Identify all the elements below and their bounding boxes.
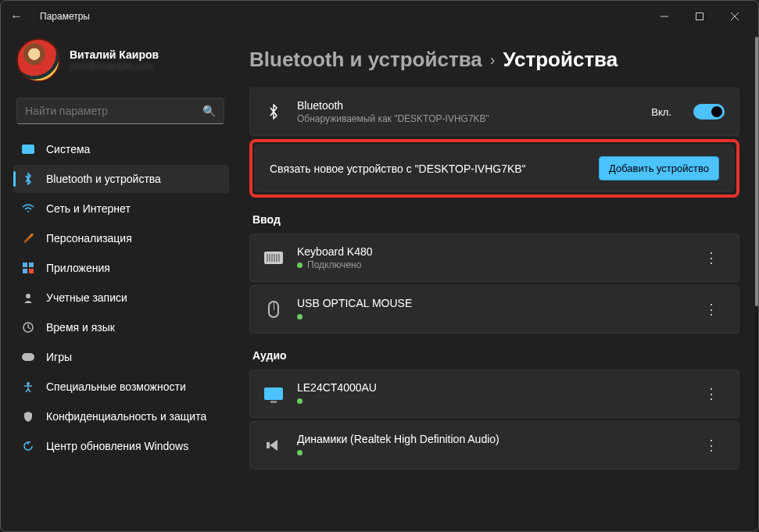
pair-card: Связать новое устройство с "DESKTOP-IVHG… xyxy=(255,145,734,192)
sidebar-item-label: Специальные возможности xyxy=(46,380,186,393)
close-button[interactable] xyxy=(717,5,752,28)
personalize-icon xyxy=(21,231,35,245)
back-button[interactable]: ← xyxy=(7,9,26,23)
sidebar-item-accessibility[interactable]: Специальные возможности xyxy=(13,373,229,401)
bluetooth-title: Bluetooth xyxy=(297,99,637,112)
device-card[interactable]: Динамики (Realtek High Definition Audio)… xyxy=(249,421,739,470)
sidebar-item-label: Конфиденциальность и защита xyxy=(46,410,206,423)
network-icon xyxy=(21,202,35,216)
page-title: Устройства xyxy=(503,48,618,72)
update-icon xyxy=(21,439,35,453)
sidebar-item-accounts[interactable]: Учетные записи xyxy=(13,284,229,312)
input-heading: Ввод xyxy=(252,213,739,226)
time-icon xyxy=(21,320,35,334)
apps-icon xyxy=(21,261,35,275)
accounts-icon xyxy=(21,291,35,305)
device-status: Подключено xyxy=(297,259,686,270)
device-status xyxy=(297,395,686,406)
maximize-button[interactable] xyxy=(682,5,717,28)
sidebar-item-update[interactable]: Центр обновления Windows xyxy=(13,432,229,460)
breadcrumb-parent[interactable]: Bluetooth и устройства xyxy=(249,48,482,72)
search-box[interactable]: 🔍 xyxy=(16,98,224,124)
svg-rect-6 xyxy=(22,353,34,361)
device-name: USB OPTICAL MOUSE xyxy=(297,297,686,309)
device-card[interactable]: USB OPTICAL MOUSE⋮ xyxy=(249,285,739,334)
sidebar-item-label: Центр обновления Windows xyxy=(46,440,188,452)
sidebar-item-label: Bluetooth и устройства xyxy=(46,173,161,185)
pair-text: Связать новое устройство с "DESKTOP-IVHG… xyxy=(270,162,585,175)
svg-point-7 xyxy=(27,382,30,385)
sidebar: Виталий Каиров user@example.com 🔍 Систем… xyxy=(1,32,235,531)
sidebar-item-network[interactable]: Сеть и Интернет xyxy=(13,195,229,223)
profile-name: Виталий Каиров xyxy=(70,48,159,61)
sidebar-item-games[interactable]: Игры xyxy=(13,343,229,371)
titlebar: ← Параметры xyxy=(1,1,758,32)
profile[interactable]: Виталий Каиров user@example.com xyxy=(13,32,229,95)
sidebar-item-label: Персонализация xyxy=(46,232,132,245)
main: Bluetooth и устройства › Устройства Blue… xyxy=(235,32,758,531)
device-status xyxy=(297,311,686,322)
device-name: Keyboard K480 xyxy=(297,245,686,258)
search-input[interactable] xyxy=(25,105,202,117)
bluetooth-toggle[interactable] xyxy=(693,104,725,120)
chevron-right-icon: › xyxy=(490,51,496,69)
more-button[interactable]: ⋮ xyxy=(700,382,725,405)
device-card[interactable]: LE24CT4000AU⋮ xyxy=(249,370,739,418)
bluetooth-state-label: Вкл. xyxy=(651,106,671,118)
sidebar-item-apps[interactable]: Приложения xyxy=(13,254,229,282)
sidebar-item-time[interactable]: Время и язык xyxy=(13,313,229,341)
mouse-icon xyxy=(264,301,283,318)
more-button[interactable]: ⋮ xyxy=(700,246,725,270)
window-title: Параметры xyxy=(40,11,90,22)
scrollbar[interactable] xyxy=(755,37,758,527)
sidebar-item-privacy[interactable]: Конфиденциальность и защита xyxy=(13,402,229,430)
pair-highlight: Связать новое устройство с "DESKTOP-IVHG… xyxy=(249,139,739,198)
add-device-button[interactable]: Добавить устройство xyxy=(599,156,719,180)
bluetooth-card: Bluetooth Обнаруживаемый как "DESKTOP-IV… xyxy=(249,87,739,136)
sidebar-item-label: Время и язык xyxy=(46,321,115,334)
keyboard-icon xyxy=(264,252,283,264)
minimize-button[interactable] xyxy=(646,5,682,28)
bluetooth-icon xyxy=(21,172,35,186)
bluetooth-icon xyxy=(264,103,283,120)
speaker-icon xyxy=(264,440,283,451)
device-name: LE24CT4000AU xyxy=(297,381,686,394)
monitor-icon xyxy=(264,387,283,400)
audio-heading: Аудио xyxy=(252,349,739,362)
sidebar-item-label: Система xyxy=(46,143,90,155)
sidebar-item-label: Сеть и Интернет xyxy=(46,202,131,215)
sidebar-item-label: Приложения xyxy=(46,262,110,274)
accessibility-icon xyxy=(21,380,35,394)
sidebar-item-label: Учетные записи xyxy=(46,291,127,304)
nav: СистемаBluetooth и устройстваСеть и Инте… xyxy=(13,135,229,460)
breadcrumb: Bluetooth и устройства › Устройства xyxy=(249,48,739,72)
games-icon xyxy=(21,350,35,364)
sidebar-item-personalize[interactable]: Персонализация xyxy=(13,224,229,252)
device-card[interactable]: Keyboard K480Подключено⋮ xyxy=(249,234,739,282)
more-button[interactable]: ⋮ xyxy=(700,298,725,321)
bluetooth-subtitle: Обнаруживаемый как "DESKTOP-IVHG7KB" xyxy=(297,113,637,124)
privacy-icon xyxy=(21,409,35,423)
profile-email: user@example.com xyxy=(70,61,159,72)
device-name: Динамики (Realtek High Definition Audio) xyxy=(297,433,686,445)
svg-point-4 xyxy=(26,294,30,298)
device-status xyxy=(297,447,686,458)
system-icon xyxy=(21,142,35,156)
more-button[interactable]: ⋮ xyxy=(700,434,725,457)
sidebar-item-system[interactable]: Система xyxy=(13,135,229,163)
sidebar-item-bluetooth[interactable]: Bluetooth и устройства xyxy=(13,165,229,193)
sidebar-item-label: Игры xyxy=(46,351,72,363)
scrollbar-thumb[interactable] xyxy=(755,37,758,306)
search-icon: 🔍 xyxy=(202,105,216,117)
avatar xyxy=(16,38,60,82)
svg-rect-1 xyxy=(696,13,703,20)
